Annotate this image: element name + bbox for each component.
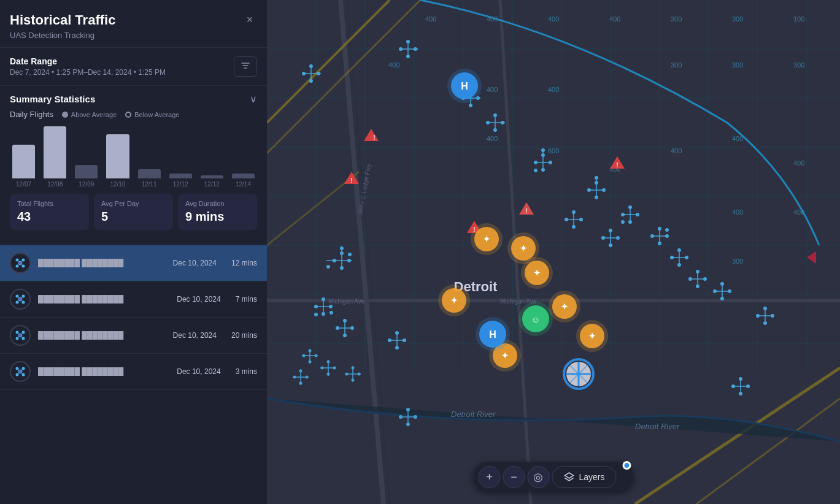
- filter-icon: [241, 61, 250, 71]
- flight-item[interactable]: ████████ ████████Dec 10, 20247 mins: [0, 281, 267, 318]
- bar-below: [169, 174, 192, 178]
- bar-label: 12/10: [110, 181, 125, 188]
- sidebar: Historical Traffic UAS Detection Trackin…: [0, 0, 267, 504]
- zoom-out-button[interactable]: −: [503, 466, 525, 488]
- chevron-down-icon: ∨: [250, 93, 257, 105]
- flight-drone-icon: [10, 253, 31, 273]
- close-button[interactable]: ×: [241, 11, 258, 28]
- flight-drone-icon: [10, 325, 31, 346]
- bar-above: [106, 134, 129, 178]
- flight-date: Dec 10, 2024: [173, 259, 217, 267]
- bar-label: 12/12: [204, 181, 220, 188]
- daily-flights-label: Daily Flights: [10, 110, 53, 119]
- avg-per-day-card: Avg Per Day 5: [94, 194, 173, 230]
- bar-label: 12/09: [79, 181, 94, 188]
- map-controls: + − ◎ Layers: [473, 462, 633, 492]
- bar-col: 12/09: [75, 165, 98, 188]
- svg-point-13: [18, 297, 22, 301]
- total-flights-label: Total Flights: [17, 200, 82, 207]
- bar-below: [138, 169, 161, 178]
- daily-flights-container: Daily Flights Above Average Below Averag…: [10, 105, 257, 237]
- bar-above: [12, 145, 35, 178]
- flight-info: ████████ ████████: [38, 259, 166, 267]
- layers-button[interactable]: Layers: [552, 466, 616, 488]
- svg-point-4: [18, 261, 22, 265]
- legend-above-average: Above Average: [62, 111, 117, 118]
- bar-col: 12/07: [12, 145, 35, 188]
- total-flights-card: Total Flights 43: [10, 194, 89, 230]
- flight-duration: 3 mins: [236, 367, 257, 376]
- bar-label: 12/07: [16, 181, 31, 188]
- flight-info: ████████ ████████: [38, 295, 169, 304]
- sidebar-header: Historical Traffic UAS Detection Trackin…: [0, 0, 267, 48]
- flight-date: Dec 10, 2024: [177, 295, 220, 304]
- zoom-in-button[interactable]: +: [478, 466, 500, 488]
- flight-name: ████████ ████████: [38, 259, 166, 267]
- flight-item[interactable]: ████████ ████████Dec 10, 202420 mins: [0, 318, 267, 354]
- flight-info: ████████ ████████: [38, 331, 166, 340]
- filter-button[interactable]: [234, 56, 257, 77]
- locate-button[interactable]: ◎: [527, 466, 549, 488]
- map-background: [267, 0, 840, 504]
- flight-duration: 7 mins: [236, 295, 257, 304]
- flight-item[interactable]: ████████ ████████Dec 10, 202412 mins: [0, 245, 267, 281]
- legend-below-dot: [125, 112, 131, 118]
- date-range-label: Date Range: [10, 56, 166, 66]
- summary-header[interactable]: Summary Statistics ∨: [10, 93, 257, 105]
- bar-above: [44, 126, 66, 178]
- user-location-indicator: [619, 472, 629, 482]
- bar-col: 12/14: [232, 174, 255, 188]
- bar-col: 12/12: [169, 174, 192, 188]
- svg-point-31: [18, 370, 22, 373]
- bar-col: 12/08: [44, 126, 66, 188]
- avg-duration-value: 9 mins: [185, 210, 250, 224]
- flight-duration: 12 mins: [231, 259, 257, 267]
- legend-below-average: Below Average: [125, 111, 179, 118]
- summary-title: Summary Statistics: [10, 94, 95, 104]
- summary-section: Summary Statistics ∨ Daily Flights Above…: [0, 86, 267, 245]
- avg-per-day-label: Avg Per Day: [101, 200, 166, 207]
- flight-name: ████████ ████████: [38, 331, 166, 340]
- avg-duration-label: Avg Duration: [185, 200, 250, 207]
- stats-row: Total Flights 43 Avg Per Day 5 Avg Durat…: [10, 188, 257, 232]
- bar-below: [201, 175, 223, 178]
- bar-label: 12/08: [47, 181, 63, 188]
- bar-label: 12/14: [236, 181, 251, 188]
- flight-name: ████████ ████████: [38, 295, 169, 304]
- sidebar-title: Historical Traffic: [10, 12, 257, 28]
- bar-col: 12/10: [106, 134, 129, 188]
- avg-duration-card: Avg Duration 9 mins: [178, 194, 257, 230]
- flight-drone-icon: [10, 361, 31, 382]
- bar-label: 12/11: [142, 181, 157, 188]
- flight-drone-icon: [10, 289, 31, 310]
- legend-above-dot: [62, 112, 68, 118]
- date-range-section: Date Range Dec 7, 2024 • 1:25 PM–Dec 14,…: [0, 48, 267, 86]
- flight-item[interactable]: ████████ ████████Dec 10, 20243 mins: [0, 354, 267, 390]
- daily-flights-header: Daily Flights Above Average Below Averag…: [10, 110, 257, 119]
- bar-label: 12/12: [173, 181, 188, 188]
- bar-below: [232, 174, 255, 178]
- date-range-value: Dec 7, 2024 • 1:25 PM–Dec 14, 2024 • 1:2…: [10, 68, 166, 77]
- svg-point-22: [18, 334, 22, 337]
- bar-below: [75, 165, 98, 178]
- flight-list: ████████ ████████Dec 10, 202412 mins████…: [0, 245, 267, 504]
- flight-duration: 20 mins: [231, 331, 257, 340]
- flight-info: ████████ ████████: [38, 367, 169, 376]
- bar-col: 12/12: [201, 175, 223, 188]
- sidebar-subtitle: UAS Detection Tracking: [10, 31, 257, 40]
- bar-col: 12/11: [138, 169, 161, 188]
- layers-icon: [563, 472, 574, 483]
- total-flights-value: 43: [17, 210, 82, 224]
- flight-date: Dec 10, 2024: [173, 331, 217, 340]
- map-area: 400 400 400 400 300 300 100 400 400 400 …: [267, 0, 840, 504]
- flight-name: ████████ ████████: [38, 367, 169, 376]
- bar-chart: 12/0712/0812/0912/1012/1112/1212/1212/14: [10, 126, 257, 188]
- flight-date: Dec 10, 2024: [177, 367, 220, 376]
- avg-per-day-value: 5: [101, 210, 166, 224]
